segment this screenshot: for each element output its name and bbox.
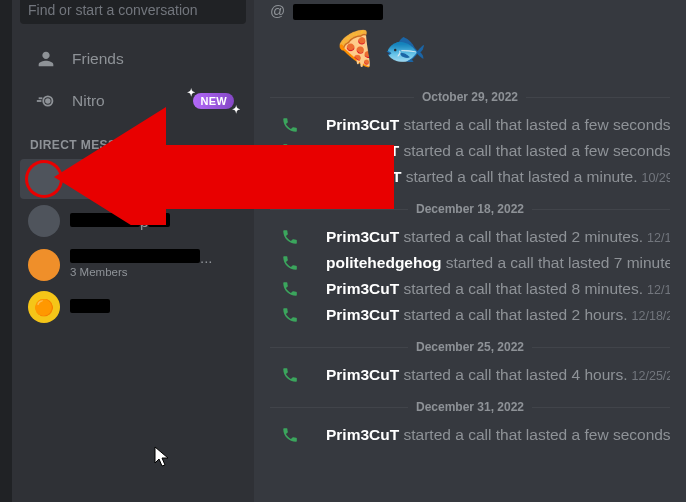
- phone-icon: [270, 306, 310, 324]
- nav-friends-label: Friends: [72, 50, 234, 68]
- call-row: politehedgehog started a call that laste…: [254, 250, 686, 276]
- main-chat: @ 🍕 🐟 October 29, 2022 Prim3CuT started …: [254, 0, 686, 502]
- phone-icon: [270, 366, 310, 384]
- avatar: [28, 205, 60, 237]
- date-divider: October 29, 2022: [270, 90, 670, 104]
- channel-list: Find or start a conversation Friends Nit…: [12, 0, 254, 502]
- call-row: Prim3CuT started a call that lasted 4 ho…: [254, 362, 686, 388]
- phone-icon: [270, 280, 310, 298]
- svg-point-1: [46, 99, 50, 103]
- phone-icon: [270, 116, 310, 134]
- dm-name: ...: [70, 249, 238, 266]
- call-row: ██████T started a call that lasted a min…: [254, 164, 686, 190]
- call-text: Prim3CuT started a call that lasted 2 mi…: [326, 228, 670, 246]
- dm-subtitle: 3 Members: [70, 266, 238, 278]
- call-text: politehedgehog started a call that laste…: [326, 254, 670, 272]
- dm-item[interactable]: 🟠: [20, 287, 246, 327]
- dm-item[interactable]: [20, 159, 246, 199]
- call-row: Prim3CuT started a call that lasted a fe…: [254, 112, 686, 138]
- avatar: 🟠: [28, 291, 60, 323]
- new-badge: ✦ NEW ✦: [193, 93, 234, 109]
- call-text: Prim3CuT started a call that lasted a fe…: [326, 116, 670, 134]
- date-divider: December 18, 2022: [270, 202, 670, 216]
- mention-row: @: [254, 2, 686, 24]
- dm-name: p: [70, 213, 238, 230]
- nav-nitro[interactable]: Nitro ✦ NEW ✦: [20, 82, 246, 120]
- call-text: Prim3CuT started a call that lasted a fe…: [326, 426, 670, 444]
- call-text: Prim3CuT started a call that lasted 4 ho…: [326, 366, 670, 384]
- call-text: Prim3CuT started a call that lasted a fe…: [326, 142, 670, 160]
- phone-icon: [270, 142, 310, 160]
- dm-name: [70, 299, 238, 316]
- phone-icon: [270, 168, 310, 186]
- call-text: Prim3CuT started a call that lasted 8 mi…: [326, 280, 670, 298]
- pizza-emoji: 🍕: [334, 28, 376, 68]
- nitro-icon: [32, 90, 60, 112]
- fish-emoji: 🐟: [384, 28, 426, 68]
- dm-section-header: DIRECT MESSAGES: [12, 122, 254, 158]
- call-row: Prim3CuT started a call that lasted 2 mi…: [254, 224, 686, 250]
- call-row: Prim3CuT started a call that lasted a fe…: [254, 138, 686, 164]
- call-text: Prim3CuT started a call that lasted 2 ho…: [326, 306, 670, 324]
- phone-icon: [270, 254, 310, 272]
- dm-item[interactable]: ... 3 Members: [20, 243, 246, 285]
- call-row: Prim3CuT started a call that lasted a fe…: [254, 422, 686, 448]
- friends-icon: [32, 48, 60, 70]
- server-sidebar: [0, 0, 12, 502]
- avatar: [28, 163, 60, 195]
- phone-icon: [270, 228, 310, 246]
- call-row: Prim3CuT started a call that lasted 2 ho…: [254, 302, 686, 328]
- dm-name: [70, 171, 238, 188]
- emoji-row: 🍕 🐟: [254, 24, 686, 78]
- phone-icon: [270, 426, 310, 444]
- call-text: ██████T started a call that lasted a min…: [326, 168, 670, 186]
- at-symbol: @: [270, 2, 285, 19]
- nav-friends[interactable]: Friends: [20, 40, 246, 78]
- nav-nitro-label: Nitro: [72, 92, 193, 110]
- date-divider: December 25, 2022: [270, 340, 670, 354]
- search-input[interactable]: Find or start a conversation: [20, 0, 246, 24]
- avatar: [28, 249, 60, 281]
- date-divider: December 31, 2022: [270, 400, 670, 414]
- dm-item[interactable]: p: [20, 201, 246, 241]
- call-row: Prim3CuT started a call that lasted 8 mi…: [254, 276, 686, 302]
